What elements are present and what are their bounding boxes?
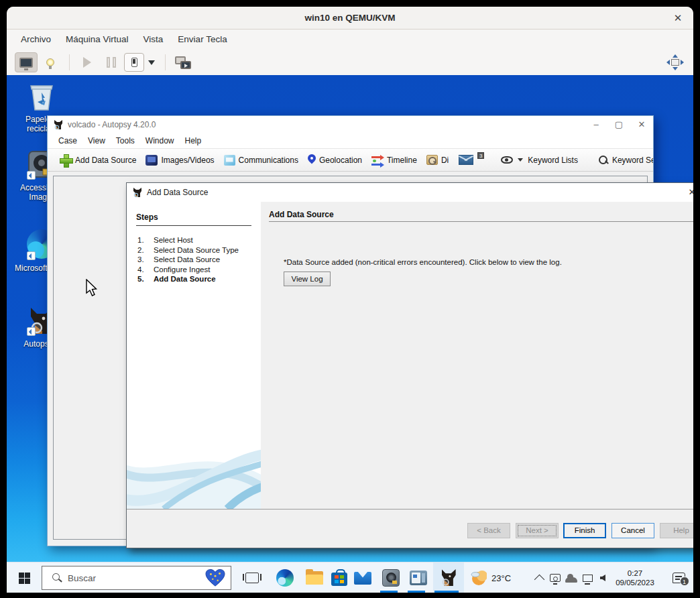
vm-menubar: Archivo Máquina Virtual Vista Enviar Tec… — [7, 29, 693, 50]
autopsy-dog-icon — [53, 119, 64, 130]
date-label: 09/05/2023 — [610, 578, 660, 587]
menu-window[interactable]: Window — [140, 136, 180, 145]
keyword-lists-button[interactable]: Keyword Lists — [496, 156, 583, 165]
play-icon — [83, 57, 91, 68]
monitor-icon — [19, 58, 33, 68]
dropdown-caret-icon — [518, 158, 523, 162]
dialog-body: Steps 1.Select Host 2.Select Data Source… — [127, 202, 693, 509]
add-data-source-dialog: Add Data Source ✕ Steps 1.Select Host 2.… — [126, 182, 693, 548]
step-add-data-source-current: 5.Add Data Source — [137, 274, 261, 284]
vm-menu-enviar-tecla[interactable]: Enviar Tecla — [170, 29, 234, 50]
tray-network[interactable] — [579, 562, 595, 593]
vm-display: Papelera reciclaje AccessData Imag — [7, 75, 693, 593]
minimize-button[interactable]: – — [585, 116, 607, 133]
help-button[interactable]: Help — [660, 523, 693, 538]
add-data-source-label: Add Data Source — [75, 156, 136, 165]
wizard-steps-panel: Steps 1.Select Host 2.Select Data Source… — [127, 202, 261, 509]
menu-view[interactable]: View — [82, 136, 111, 145]
finish-button[interactable]: Finish — [563, 523, 606, 538]
task-view-button[interactable] — [238, 562, 266, 593]
green-plus-icon — [60, 154, 72, 166]
taskbar-clock[interactable]: 0:27 09/05/2023 — [610, 562, 660, 593]
toolbar-separator — [165, 54, 166, 70]
view-log-button[interactable]: View Log — [284, 272, 331, 286]
taskbar-search[interactable] — [42, 566, 231, 590]
fullscreen-button[interactable] — [666, 54, 684, 70]
shutdown-menu-caret-icon[interactable] — [148, 60, 155, 65]
discovery-icon — [426, 155, 438, 165]
mail-icon — [354, 572, 371, 585]
autopsy-titlebar[interactable]: volcado - Autopsy 4.20.0 – ▢ ✕ — [48, 116, 653, 133]
tray-cast[interactable] — [547, 562, 563, 593]
windows-logo-icon — [19, 573, 30, 584]
tray-volume[interactable] — [594, 562, 611, 593]
displays-button[interactable] — [172, 52, 194, 72]
taskbar-file-explorer[interactable] — [300, 562, 329, 593]
step-select-data-source: 3.Select Data Source — [137, 255, 261, 265]
night-weather-icon — [469, 569, 487, 587]
shutdown-button[interactable] — [124, 53, 144, 72]
search-icon — [52, 573, 62, 583]
capture-app-icon — [410, 571, 427, 585]
discovery-button[interactable]: Di — [422, 155, 450, 165]
maximize-button[interactable]: ▢ — [607, 116, 630, 133]
images-videos-button[interactable]: Images/Videos — [141, 155, 219, 166]
shortcut-arrow-icon — [27, 171, 36, 180]
images-videos-label: Images/Videos — [161, 156, 214, 165]
vm-menu-archivo[interactable]: Archivo — [13, 29, 58, 50]
autopsy-menubar: Case View Tools Window Help — [48, 133, 653, 149]
recycle-bin-icon — [25, 80, 58, 113]
vm-menu-maquina-virtual[interactable]: Máquina Virtual — [58, 29, 136, 50]
geolocation-button[interactable]: Geolocation — [303, 154, 367, 166]
vm-menu-vista[interactable]: Vista — [136, 29, 171, 50]
menu-case[interactable]: Case — [53, 136, 82, 145]
search-input[interactable] — [68, 573, 205, 583]
weather-widget[interactable]: 23°C — [469, 562, 523, 593]
speaker-icon — [600, 575, 605, 581]
autopsy-toolbar: Add Data Source Images/Videos Communicat… — [48, 149, 653, 172]
pause-button[interactable] — [100, 52, 123, 72]
back-button[interactable]: < Back — [467, 523, 510, 538]
chevron-up-icon — [534, 575, 544, 585]
vm-titlebar[interactable]: win10 en QEMU/KVM ✕ — [7, 7, 693, 29]
keyword-search-button[interactable]: Keyword Search — [593, 155, 653, 166]
close-button[interactable]: ✕ — [630, 116, 653, 133]
ethernet-icon — [583, 575, 593, 582]
folder-icon — [306, 571, 323, 585]
taskbar-edge[interactable] — [271, 562, 299, 593]
communications-button[interactable]: Communications — [219, 155, 303, 166]
timeline-button[interactable]: Timeline — [367, 155, 422, 166]
notification-badge: 1 — [680, 577, 689, 586]
keyword-lists-label: Keyword Lists — [528, 156, 578, 165]
next-button[interactable]: Next > — [516, 523, 559, 538]
store-bag-icon — [331, 573, 347, 586]
taskbar-capture-app[interactable] — [404, 562, 432, 593]
mail-button[interactable]: 3 — [454, 155, 488, 165]
taskbar-ftk-imager[interactable] — [377, 562, 405, 593]
dialog-titlebar[interactable]: Add Data Source ✕ — [127, 183, 693, 202]
dialog-close-icon[interactable]: ✕ — [686, 183, 693, 202]
notification-center-button[interactable]: 1 — [664, 562, 693, 593]
menu-help[interactable]: Help — [180, 136, 207, 145]
console-view-button[interactable] — [15, 52, 38, 72]
task-view-icon — [245, 573, 259, 583]
start-button[interactable] — [8, 562, 40, 593]
run-button[interactable] — [76, 52, 99, 72]
menu-tools[interactable]: Tools — [111, 136, 140, 145]
step-select-host: 1.Select Host — [137, 235, 261, 245]
cancel-button[interactable]: Cancel — [611, 523, 654, 538]
vm-window: win10 en QEMU/KVM ✕ Archivo Máquina Virt… — [7, 7, 693, 593]
taskbar-mail[interactable] — [349, 562, 377, 593]
details-button[interactable] — [39, 52, 62, 72]
tray-expand-button[interactable] — [531, 562, 547, 593]
steps-list: 1.Select Host 2.Select Data Source Type … — [137, 235, 261, 284]
taskbar-autopsy-active[interactable] — [434, 562, 463, 593]
search-magnifier-icon — [598, 155, 609, 166]
dialog-title: Add Data Source — [147, 183, 208, 202]
tray-onedrive[interactable] — [563, 562, 579, 593]
autopsy-dog-icon — [439, 568, 459, 588]
search-highlight-heart-icon[interactable] — [205, 569, 225, 587]
add-data-source-button[interactable]: Add Data Source — [55, 154, 141, 166]
vm-toolbar — [7, 50, 693, 75]
vm-close-icon[interactable]: ✕ — [669, 7, 687, 29]
